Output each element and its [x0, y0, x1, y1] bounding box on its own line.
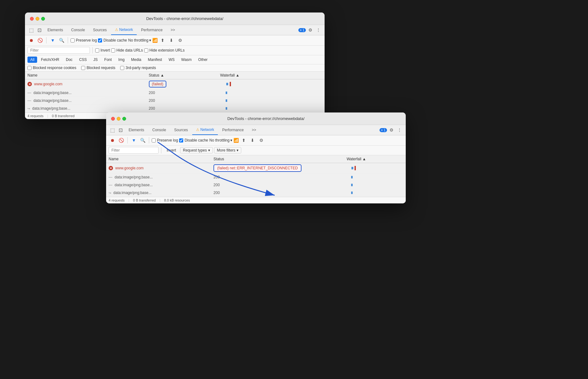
filter-manifest[interactable]: Manifest	[145, 57, 165, 63]
table-row[interactable]: ↪ data:image/png;base... 200	[25, 105, 325, 112]
tab-more-front[interactable]: >>	[248, 125, 260, 135]
tab-sources-front[interactable]: Sources	[170, 125, 192, 135]
filter-font[interactable]: Font	[101, 57, 115, 63]
filter-row-front: Invert Request types ▾ More filters ▾	[106, 146, 406, 155]
sep-front1	[127, 137, 128, 143]
table-row[interactable]: ↪ data:image/png;base... 200	[106, 189, 406, 197]
device-icon-front[interactable]: ⊡	[117, 126, 124, 134]
filter-js[interactable]: JS	[91, 57, 100, 63]
filter-doc[interactable]: Doc	[63, 57, 75, 63]
tab-sources[interactable]: Sources	[89, 25, 110, 35]
table-row[interactable]: — data:image/png;base... 200	[25, 97, 325, 105]
search-icon-front[interactable]: 🔍	[139, 137, 146, 144]
request-types-dropdown[interactable]: Request types ▾	[180, 147, 213, 153]
filter-icon[interactable]: ▼	[49, 37, 56, 44]
settings2-icon[interactable]: ⚙	[176, 37, 184, 44]
tab-console[interactable]: Console	[67, 25, 89, 35]
table-row[interactable]: ✕ www.google.com (failed) net::ERR_INTER…	[106, 163, 406, 173]
col-status-back: Status ▲	[146, 72, 218, 79]
filter-icon-front[interactable]: ▼	[130, 137, 138, 144]
record-btn[interactable]: ⏺	[27, 37, 35, 44]
clear-btn[interactable]: 🚫	[36, 37, 44, 44]
tab-network[interactable]: ⚠ Network	[111, 25, 137, 35]
blocked-response-cookies[interactable]: Blocked response cookies	[27, 66, 76, 70]
table-row[interactable]: — data:image/png;base... 200	[25, 89, 325, 97]
row-status-front: (failed) net::ERR_INTERNET_DISCONNECTED	[211, 163, 344, 173]
filter-css[interactable]: CSS	[76, 57, 90, 63]
maximize-button[interactable]	[41, 17, 45, 21]
tab-elements[interactable]: Elements	[44, 25, 67, 35]
export-icon-front[interactable]: ⬇	[249, 137, 256, 144]
settings-icon[interactable]: ⚙	[306, 26, 314, 34]
disable-cache-front[interactable]: Disable cache	[179, 138, 208, 142]
invert-checkbox[interactable]: Invert	[95, 48, 110, 52]
more-filters-dropdown[interactable]: More filters ▾	[214, 147, 241, 153]
tab-bar-front: ⬚ ⊡ Elements Console Sources ⚠ Network P…	[106, 125, 406, 135]
table-row[interactable]: ✕ www.google.com (failed)	[25, 79, 325, 89]
row-status: 200	[146, 89, 218, 97]
preserve-log-checkbox[interactable]: Preserve log	[71, 38, 97, 42]
more-icon[interactable]: ⋮	[315, 26, 322, 34]
dash-icon-front: —	[109, 175, 112, 179]
transferred-size-front: 0 B transferred	[133, 198, 156, 202]
network-table-back: Name Status ▲ Waterfall ▲ ✕ www.google.c…	[25, 72, 325, 112]
filter-input-back[interactable]	[27, 47, 90, 54]
tab-elements-front[interactable]: Elements	[125, 125, 148, 135]
failed-status-highlight-front: (failed) net::ERR_INTERNET_DISCONNECTED	[213, 164, 301, 172]
tab-performance-front[interactable]: Performance	[218, 125, 247, 135]
row-name-front: — data:image/png;base...	[106, 181, 211, 189]
filter-all[interactable]: All	[27, 57, 37, 63]
tab-performance[interactable]: Performance	[137, 25, 166, 35]
filter-wasm[interactable]: Wasm	[179, 57, 195, 63]
row-waterfall-front	[344, 173, 406, 181]
blocked-requests[interactable]: Blocked requests	[81, 66, 115, 70]
tab-console-front[interactable]: Console	[149, 125, 170, 135]
inspect-icon-front[interactable]: ⬚	[109, 126, 116, 134]
filter-other[interactable]: Other	[195, 57, 210, 63]
close-button[interactable]	[30, 17, 34, 21]
device-icon[interactable]: ⊡	[36, 26, 43, 34]
filter-media[interactable]: Media	[128, 57, 144, 63]
import-icon-front[interactable]: ⬆	[240, 137, 247, 144]
network-toolbar-front: ⏺ 🚫 ▼ 🔍 Preserve log Disable cache No th…	[106, 135, 406, 146]
third-party-requests[interactable]: 3rd-party requests	[120, 66, 156, 70]
settings-icon-front[interactable]: ⚙	[388, 126, 395, 134]
search-icon[interactable]: 🔍	[58, 37, 65, 44]
throttling-dropdown[interactable]: No throttling ▾	[128, 38, 151, 42]
table-row[interactable]: — data:image/png;base... 200	[106, 173, 406, 181]
hide-extension-urls-checkbox[interactable]: Hide extension URLs	[144, 48, 185, 52]
filter-input-front[interactable]	[109, 147, 159, 154]
separator1	[46, 37, 47, 43]
disable-cache-checkbox[interactable]: Disable cache	[98, 38, 127, 42]
inspect-icon[interactable]: ⬚	[27, 26, 35, 34]
hide-data-urls-checkbox[interactable]: Hide data URLs	[111, 48, 143, 52]
filter-fetchxhr[interactable]: Fetch/XHR	[38, 57, 62, 63]
row-waterfall	[218, 97, 325, 105]
preserve-log-front[interactable]: Preserve log	[152, 138, 178, 142]
filter-ws[interactable]: WS	[166, 57, 177, 63]
maximize-button-front[interactable]	[122, 117, 126, 121]
settings2-icon-front[interactable]: ⚙	[257, 137, 265, 144]
row-waterfall-front	[344, 181, 406, 189]
filter-img[interactable]: Img	[115, 57, 127, 63]
tab-network-front[interactable]: ⚠ Network	[192, 125, 218, 135]
dash-icon: —	[27, 98, 31, 103]
row-status-front: 200	[211, 181, 344, 189]
import-icon[interactable]: ⬆	[159, 37, 166, 44]
minimize-button[interactable]	[36, 17, 39, 21]
throttling-dropdown-front[interactable]: No throttling ▾	[209, 138, 233, 142]
minimize-button-front[interactable]	[117, 117, 120, 121]
close-button-front[interactable]	[111, 117, 115, 121]
export-icon[interactable]: ⬇	[168, 37, 175, 44]
sep-front2	[149, 137, 149, 143]
tab-more[interactable]: >>	[167, 25, 179, 35]
table-row[interactable]: — data:image/png;base... 200	[106, 181, 406, 189]
chat-badge: ≡ 1	[298, 28, 306, 32]
tab-bar-back: ⬚ ⊡ Elements Console Sources ⚠ Network P…	[25, 25, 325, 35]
record-btn-front[interactable]: ⏺	[109, 137, 116, 144]
invert-btn-front[interactable]: Invert	[164, 147, 179, 153]
clear-btn-front[interactable]: 🚫	[117, 137, 125, 144]
col-waterfall-front: Waterfall ▲	[344, 155, 406, 163]
more-icon-front[interactable]: ⋮	[396, 126, 403, 134]
separator2	[68, 37, 68, 43]
